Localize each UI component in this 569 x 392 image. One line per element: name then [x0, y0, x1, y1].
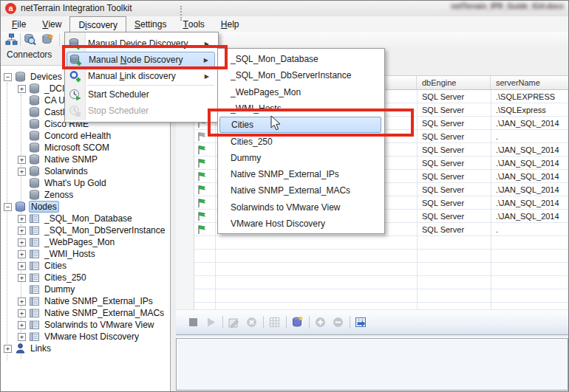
cell-dbengine[interactable]: SQL Server [422, 223, 490, 236]
cell-servername[interactable]: .\JAN_SQL_2014 [496, 157, 569, 170]
tree-item--sql-mon-dbserverinstance[interactable]: +_SQL_Mon_DbServerInstance [18, 224, 166, 236]
play-button[interactable] [205, 316, 217, 329]
network-map-icon[interactable] [5, 33, 18, 46]
add-button[interactable] [314, 316, 327, 329]
expand-icon[interactable]: + [18, 274, 26, 282]
expand-icon[interactable]: + [18, 168, 26, 176]
tree-item-dummy[interactable]: Dummy [18, 283, 76, 295]
cell-servername[interactable]: .\JAN_SQL_2014 [496, 210, 569, 223]
application-window: a netTerrain Integration Toolkit netTerr… [0, 0, 569, 392]
tree-item-native-snmp-external-macs[interactable]: +Native SNMP_External_MACs [18, 307, 166, 319]
menu-item-label: Manual Link discovery [88, 71, 176, 81]
submenu-item-native-snmp-external-ips[interactable]: Native SNMP_External_IPs [219, 166, 381, 182]
menubar-item-help[interactable]: Help [213, 16, 248, 32]
tree-item--sql-mon-database[interactable]: +_SQL_Mon_Database [18, 213, 134, 224]
database-sync-icon[interactable] [41, 33, 54, 46]
cell-dbengine[interactable]: SQL Server [422, 90, 490, 103]
node-cards-icon [29, 225, 40, 235]
column-header-servername[interactable]: serverName [491, 76, 569, 89]
tree-item--webpages-mon[interactable]: +_WebPages_Mon [18, 236, 116, 248]
expand-icon[interactable]: + [18, 250, 26, 258]
menu-item-manual-link-discovery[interactable]: Manual Link discovery▶ [67, 68, 215, 84]
tree-item-vmware-host-discovery[interactable]: +VMware Host Discovery [18, 331, 140, 343]
expand-icon[interactable]: + [18, 85, 26, 93]
tree-item--wmi-hosts[interactable]: +_WMI_Hosts [18, 248, 97, 260]
remove-button[interactable] [332, 316, 344, 329]
cell-servername[interactable]: .\SQLEXPRESS [496, 90, 569, 103]
cell-dbengine[interactable]: SQL Server [422, 143, 490, 157]
tree-item-what-s-up-gold[interactable]: What's Up Gold [18, 177, 108, 189]
export-table-button[interactable] [355, 316, 367, 329]
search-database-icon[interactable] [24, 33, 36, 46]
tree-item-cities[interactable]: +Cities [18, 260, 68, 272]
tree-item-solarwinds[interactable]: +Solarwinds [18, 165, 89, 177]
column-header-dbengine[interactable]: dbEngine [417, 76, 491, 89]
cell-dbengine[interactable]: SQL Server [422, 130, 490, 143]
tree-item-solarwinds-to-vmware-view[interactable]: +Solarwinds to VMware View [18, 319, 156, 331]
tree-item-concord-ehealth[interactable]: Concord eHealth [18, 130, 112, 142]
submenu-item--sql-mon-dbserverinstance[interactable]: _SQL_Mon_DbServerInstance [219, 67, 381, 83]
cell-servername[interactable]: .\JAN_SQL_2014 [496, 170, 569, 183]
cell-servername[interactable]: .\JAN_SQL_2014 [496, 183, 569, 196]
menubar-item-view[interactable]: View [34, 16, 69, 32]
expand-icon[interactable]: + [18, 227, 26, 235]
mouse-cursor-icon [270, 115, 282, 131]
tree-item-nodes[interactable]: −Nodes [4, 201, 59, 213]
database-new-button[interactable] [291, 316, 304, 329]
submenu-item--webpages-mon[interactable]: _WebPages_Mon [219, 84, 381, 100]
tree-item-links[interactable]: +Links [4, 343, 52, 354]
cell-servername[interactable]: . [496, 130, 569, 143]
cell-dbengine[interactable]: SQL Server [422, 210, 490, 223]
expand-icon[interactable]: + [18, 309, 26, 317]
menubar-item-settings[interactable]: Settings [126, 16, 174, 32]
collapse-icon[interactable]: − [4, 73, 12, 81]
node-cards-icon [29, 213, 40, 224]
submenu-item-native-snmp-external-macs[interactable]: Native SNMP_External_MACs [219, 182, 381, 199]
expand-icon[interactable]: + [18, 262, 26, 270]
edit-button[interactable] [228, 316, 240, 329]
grid-button[interactable] [268, 316, 281, 329]
cell-dbengine[interactable]: SQL Server [422, 183, 490, 196]
expand-icon[interactable]: + [18, 215, 26, 223]
tree-item--dci[interactable]: +_DCI [18, 83, 66, 94]
cell-dbengine[interactable]: SQL Server [422, 157, 490, 170]
toolbar-grip-handle[interactable] [180, 6, 184, 21]
db-stack-gray-icon [15, 72, 26, 82]
cell-dbengine[interactable]: SQL Server [422, 117, 490, 130]
menu-item-start-scheduler[interactable]: Start Scheduler [67, 86, 215, 103]
cell-dbengine[interactable]: SQL Server [422, 103, 490, 117]
submenu-item--sql-mon-database[interactable]: _SQL_Mon_Database [219, 51, 381, 67]
cell-servername[interactable]: .\JAN_SQL_2014 [496, 196, 569, 210]
tree-item-cities-250[interactable]: +Cities_250 [18, 272, 88, 283]
expand-icon[interactable]: + [18, 156, 26, 164]
expand-icon[interactable]: + [18, 298, 26, 306]
collapse-icon[interactable]: − [4, 203, 12, 211]
tree-item-ca-u[interactable]: CA U [18, 94, 67, 106]
submenu-item-vmware-host-discovery[interactable]: VMware Host Discovery [219, 216, 381, 232]
expand-icon[interactable]: + [18, 238, 26, 247]
menubar-item-file[interactable]: File [4, 16, 34, 32]
tree-connector-line [7, 83, 7, 360]
tree-item-microsoft-scom[interactable]: Microsoft SCOM [18, 142, 111, 154]
submenu-item-solarwinds-to-vmware-view[interactable]: Solarwinds to VMware View [219, 199, 381, 216]
tree-item-castl[interactable]: Castl [18, 106, 66, 118]
cell-dbengine[interactable]: SQL Server [422, 196, 490, 210]
tree-item-zenoss[interactable]: Zenoss [18, 189, 75, 201]
menubar-item-discovery[interactable]: Discovery [69, 16, 126, 32]
menu-item-stop-scheduler[interactable]: Stop Scheduler [67, 103, 215, 119]
expand-icon[interactable]: + [4, 345, 12, 353]
cell-servername[interactable]: .\SQLExpress [496, 103, 569, 117]
expand-icon[interactable]: + [18, 321, 26, 329]
submenu-item-label: Native SNMP_External_MACs [231, 185, 350, 196]
submenu-item-dummy[interactable]: Dummy [219, 150, 381, 166]
stop-button[interactable] [187, 316, 200, 329]
cancel-button[interactable] [245, 316, 258, 329]
cell-servername[interactable]: . [496, 223, 569, 236]
cell-servername[interactable]: .\JAN_SQL_2014 [496, 143, 569, 157]
tree-item-devices[interactable]: −Devices [4, 71, 64, 83]
tree-item-native-snmp[interactable]: +Native SNMP [18, 154, 99, 165]
cell-dbengine[interactable]: SQL Server [422, 170, 490, 183]
expand-icon[interactable]: + [18, 333, 26, 341]
cell-servername[interactable]: .\JAN_SQL_2014 [496, 117, 569, 130]
tree-item-native-snmp-external-ips[interactable]: +Native SNMP_External_IPs [18, 295, 154, 307]
